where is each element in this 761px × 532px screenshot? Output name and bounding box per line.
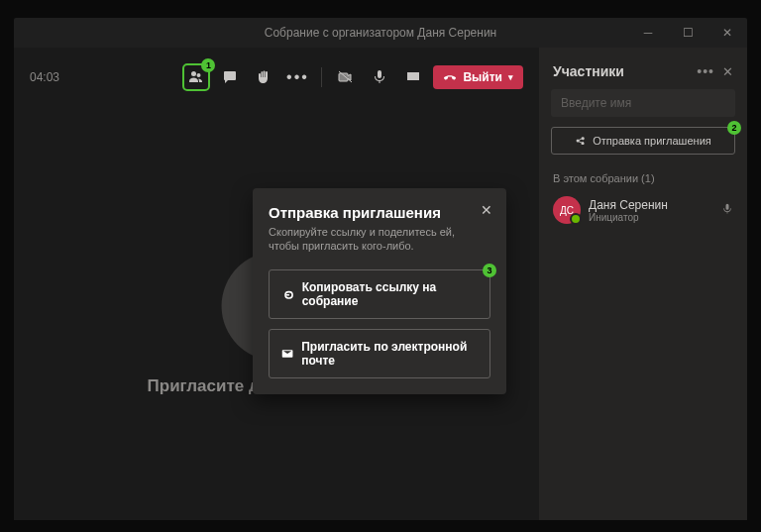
email-invite-button[interactable]: Пригласить по электронной почте [269,329,490,378]
chat-button[interactable] [216,63,244,91]
meeting-toolbar: 04:03 1 ••• [14,59,539,95]
modal-close-button[interactable]: ✕ [481,202,492,218]
annotation-badge-1: 1 [201,58,215,72]
share-icon [575,135,587,147]
dots-icon: ••• [286,68,309,86]
camera-button[interactable] [332,63,360,91]
panel-more-button[interactable]: ••• [697,63,714,79]
hand-icon [256,69,272,85]
share-invite-label: Отправка приглашения [593,135,711,147]
modal-title: Отправка приглашения [269,204,490,221]
email-invite-label: Пригласить по электронной почте [301,340,478,368]
participant-role: Инициатор [589,212,668,223]
mic-icon [372,69,387,85]
leave-label: Выйти [463,70,502,84]
participant-search-input[interactable]: Введите имя [551,89,735,117]
maximize-button[interactable]: ☐ [668,18,707,48]
panel-title: Участники [553,63,697,79]
share-invite-modal: ✕ Отправка приглашения Скопируйте ссылку… [253,188,506,394]
share-invite-button[interactable]: Отправка приглашения 2 [551,127,735,155]
participant-mic-icon [721,201,733,219]
copy-link-label: Копировать ссылку на собрание [302,280,478,308]
titlebar: Собрание с организатором Даня Серенин ─ … [14,18,747,48]
panel-header: Участники ••• ✕ [539,48,747,89]
mic-button[interactable] [366,63,393,91]
panel-close-button[interactable]: ✕ [722,64,733,79]
mail-icon [281,347,293,361]
copy-link-button[interactable]: Копировать ссылку на собрание 3 [269,269,490,319]
raise-hand-button[interactable] [250,63,277,91]
toolbar-divider [321,67,322,87]
leave-button[interactable]: Выйти ▾ [433,65,523,89]
camera-off-icon [338,69,354,85]
participants-button[interactable]: 1 [182,63,210,91]
minimize-button[interactable]: ─ [628,18,668,48]
chat-icon [222,69,238,85]
more-options-button[interactable]: ••• [283,63,311,91]
participant-avatar: ДС [553,196,581,224]
toolbar-icons: 1 ••• [182,63,523,91]
participants-panel: Участники ••• ✕ Введите имя Отправка при… [539,48,747,520]
window-controls: ─ ☐ ✕ [628,18,747,48]
share-tray-icon [405,69,421,85]
close-window-button[interactable]: ✕ [707,18,747,48]
hangup-icon [443,70,457,84]
participant-name: Даня Серенин [589,198,668,212]
participant-row[interactable]: ДС Даня Серенин Инициатор [539,190,747,230]
modal-subtitle: Скопируйте ссылку и поделитесь ей, чтобы… [269,225,490,254]
chevron-down-icon: ▾ [508,72,513,82]
annotation-badge-3: 3 [483,264,496,277]
link-icon [281,287,294,301]
share-screen-button[interactable] [399,63,427,91]
window-title: Собрание с организатором Даня Серенин [265,26,496,40]
in-meeting-label: В этом собрании (1) [539,166,747,190]
meeting-timer: 04:03 [30,70,59,84]
participant-info: Даня Серенин Инициатор [589,198,668,223]
people-icon [188,69,204,85]
annotation-badge-2: 2 [727,121,741,135]
